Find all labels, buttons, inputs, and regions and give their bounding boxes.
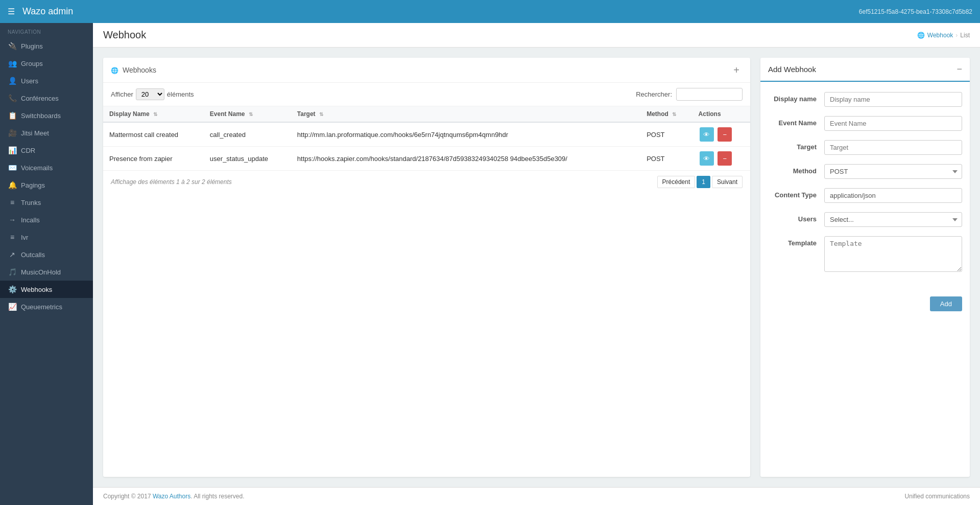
- sidebar-item-pagings[interactable]: 🔔Pagings: [0, 176, 93, 194]
- sidebar-item-musiconhold[interactable]: 🎵MusicOnHold: [0, 263, 93, 281]
- users-select[interactable]: Select...: [824, 212, 962, 227]
- users-group: Users Select...: [768, 212, 962, 227]
- sidebar-item-plugins[interactable]: 🔌Plugins: [0, 37, 93, 55]
- col-event-name[interactable]: Event Name ⇅: [204, 106, 291, 122]
- add-btn[interactable]: Add: [930, 296, 962, 311]
- panel-title: Webhooks: [123, 66, 156, 74]
- afficher-select[interactable]: 10 20 50 100: [136, 88, 164, 100]
- table-row: Presence from zapier user_status_update …: [103, 147, 750, 171]
- next-page-btn[interactable]: Suivant: [712, 176, 743, 188]
- method-select[interactable]: POST GET PUT DELETE: [824, 164, 962, 179]
- pagination-buttons: Précédent 1 Suivant: [657, 176, 743, 188]
- sidebar: NAVIGATION 🔌Plugins👥Groups👤Users📞Confére…: [0, 23, 93, 505]
- panel-controls: Afficher 10 20 50 100 éléments Recherche…: [103, 83, 750, 106]
- table-header-row: Display Name ⇅ Event Name ⇅ Target ⇅: [103, 106, 750, 122]
- page-title: Webhook: [103, 29, 146, 41]
- panel-header: Webhooks +: [103, 58, 750, 83]
- pagination-area: Affichage des éléments 1 à 2 sur 2 éléme…: [103, 171, 750, 193]
- add-panel-header: Add Webhook −: [760, 58, 970, 82]
- controls-right: Rechercher:: [636, 88, 743, 101]
- voicemails-icon: ✉️: [8, 164, 17, 172]
- page-1-btn[interactable]: 1: [697, 176, 710, 188]
- users-label: Users: [768, 212, 824, 223]
- sidebar-item-users[interactable]: 👤Users: [0, 72, 93, 89]
- trunks-icon: ≡: [8, 198, 17, 206]
- sidebar-item-label: Jitsi Meet: [21, 129, 49, 137]
- footer-copyright: Copyright © 2017 Wazo Authors. All right…: [103, 493, 245, 500]
- breadcrumb-home[interactable]: Webhook: [927, 32, 953, 39]
- sidebar-item-label: Pagings: [21, 181, 45, 189]
- display-name-label: Display name: [768, 92, 824, 103]
- footer-authors-link[interactable]: Wazo Authors: [153, 493, 190, 500]
- search-input[interactable]: [676, 88, 743, 101]
- sidebar-item-outcalls[interactable]: ↗Outcalls: [0, 246, 93, 263]
- content-type-input[interactable]: [824, 188, 962, 203]
- sidebar-item-label: Users: [21, 77, 38, 85]
- sidebar-item-ivr[interactable]: ≡Ivr: [0, 228, 93, 246]
- elements-label: éléments: [167, 90, 194, 98]
- sidebar-item-voicemails[interactable]: ✉️Voicemails: [0, 159, 93, 176]
- sidebar-item-label: Ivr: [21, 234, 28, 241]
- session-uuid: 6ef51215-f5a8-4275-bea1-73308c7d5b82: [859, 8, 972, 15]
- template-group: Template: [768, 236, 962, 272]
- sidebar-item-webhooks[interactable]: ⚙️Webhooks: [0, 281, 93, 298]
- content-type-label: Content Type: [768, 188, 824, 199]
- event-name-group: Event Name: [768, 116, 962, 131]
- jitsi-meet-icon: 🎥: [8, 129, 17, 137]
- breadcrumb: Webhook › List: [917, 32, 970, 39]
- add-webhook-btn[interactable]: +: [730, 64, 743, 76]
- webhooks-globe-icon: [111, 66, 118, 74]
- display-name-group: Display name: [768, 92, 962, 107]
- pagination-info: Affichage des éléments 1 à 2 sur 2 éléme…: [111, 178, 232, 186]
- cell-display-name: Mattermost call created: [103, 122, 204, 147]
- plugins-icon: 🔌: [8, 42, 17, 50]
- target-group: Target: [768, 140, 962, 155]
- sidebar-item-label: Voicemails: [21, 164, 53, 172]
- col-display-name[interactable]: Display Name ⇅: [103, 106, 204, 122]
- event-name-input[interactable]: [824, 116, 962, 131]
- view-btn-1[interactable]: 👁: [700, 151, 714, 166]
- webhooks-icon: ⚙️: [8, 285, 17, 293]
- cell-event-name: call_created: [204, 122, 291, 147]
- sidebar-item-trunks[interactable]: ≡Trunks: [0, 194, 93, 211]
- display-name-input[interactable]: [824, 92, 962, 107]
- add-panel-close-btn[interactable]: −: [957, 64, 962, 75]
- incalls-icon: →: [8, 216, 17, 224]
- pagings-icon: 🔔: [8, 181, 17, 189]
- delete-btn-1[interactable]: −: [718, 151, 732, 166]
- sidebar-item-cdr[interactable]: 📊CDR: [0, 142, 93, 159]
- sidebar-item-groups[interactable]: 👥Groups: [0, 55, 93, 72]
- conferences-icon: 📞: [8, 94, 17, 102]
- cell-method: POST: [640, 122, 692, 147]
- sidebar-item-label: Conférences: [21, 95, 59, 102]
- breadcrumb-separator: ›: [955, 32, 958, 39]
- sidebar-item-incalls[interactable]: →Incalls: [0, 211, 93, 228]
- sidebar-item-label: Incalls: [21, 216, 40, 224]
- sidebar-item-label: Plugins: [21, 42, 43, 50]
- prev-page-btn[interactable]: Précédent: [657, 176, 696, 188]
- hamburger-icon[interactable]: ☰: [8, 7, 15, 16]
- view-btn-0[interactable]: 👁: [700, 127, 714, 142]
- page-header: Webhook Webhook › List: [93, 23, 980, 48]
- cell-actions: 👁 −: [692, 122, 750, 147]
- col-method[interactable]: Method ⇅: [640, 106, 692, 122]
- groups-icon: 👥: [8, 59, 17, 67]
- delete-btn-0[interactable]: −: [718, 127, 732, 142]
- sidebar-item-label: Outcalls: [21, 251, 45, 259]
- template-input[interactable]: [824, 236, 962, 272]
- col-target[interactable]: Target ⇅: [291, 106, 640, 122]
- add-panel-title: Add Webhook: [768, 65, 816, 74]
- cell-method: POST: [640, 147, 692, 171]
- controls-left: Afficher 10 20 50 100 éléments: [111, 88, 194, 100]
- sidebar-item-switchboards[interactable]: 📋Switchboards: [0, 107, 93, 124]
- target-input[interactable]: [824, 140, 962, 155]
- sidebar-item-label: Webhooks: [21, 286, 52, 293]
- switchboards-icon: 📋: [8, 111, 17, 120]
- col-actions: Actions: [692, 106, 750, 122]
- sidebar-item-label: Trunks: [21, 199, 41, 206]
- sidebar-item-jitsi-meet[interactable]: 🎥Jitsi Meet: [0, 124, 93, 142]
- sidebar-item-conferences[interactable]: 📞Conférences: [0, 89, 93, 107]
- afficher-label: Afficher: [111, 90, 133, 98]
- app-logo: Wazo admin: [22, 6, 73, 17]
- sidebar-item-queuemetrics[interactable]: 📈Queuemetrics: [0, 298, 93, 315]
